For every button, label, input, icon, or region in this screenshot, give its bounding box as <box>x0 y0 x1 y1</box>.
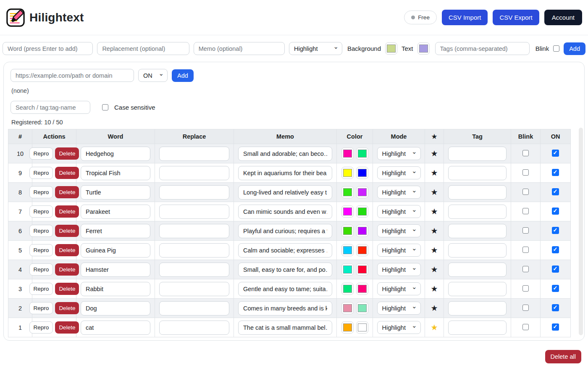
favorite-star[interactable]: ★ <box>430 168 438 177</box>
blink-cell-checkbox[interactable] <box>522 227 529 234</box>
favorite-star[interactable]: ★ <box>430 149 438 158</box>
delete-button[interactable]: Delete <box>55 302 79 314</box>
memo-input[interactable] <box>194 42 285 55</box>
text-color-swatch[interactable] <box>356 167 368 179</box>
text-color-swatch[interactable] <box>356 263 368 276</box>
delete-button[interactable]: Delete <box>55 244 79 256</box>
case-sensitive-checkbox[interactable] <box>102 104 108 110</box>
replacement-input[interactable] <box>97 42 189 55</box>
delete-button[interactable]: Delete <box>55 321 79 334</box>
text-color-picker[interactable] <box>417 42 430 55</box>
word-cell-input[interactable] <box>81 301 150 315</box>
repro-button[interactable]: Repro <box>29 186 53 198</box>
text-color-swatch[interactable] <box>356 225 368 237</box>
on-cell-checkbox[interactable] <box>552 246 559 253</box>
delete-button[interactable]: Delete <box>55 167 79 179</box>
background-color-picker[interactable] <box>385 42 397 55</box>
delete-button[interactable]: Delete <box>55 283 79 295</box>
mode-cell-select[interactable]: Highlight <box>377 263 421 276</box>
tag-cell-input[interactable] <box>448 166 507 180</box>
background-color-swatch[interactable] <box>341 244 354 256</box>
url-input[interactable] <box>10 69 134 82</box>
on-cell-checkbox[interactable] <box>552 208 559 215</box>
mode-cell-select[interactable]: Highlight <box>377 282 421 295</box>
blink-cell-checkbox[interactable] <box>522 247 529 253</box>
background-color-swatch[interactable] <box>341 283 354 295</box>
mode-cell-select[interactable]: Highlight <box>377 166 421 179</box>
repro-button[interactable]: Repro <box>29 167 53 179</box>
text-color-swatch[interactable] <box>356 186 368 198</box>
favorite-star[interactable]: ★ <box>430 284 438 293</box>
favorite-star[interactable]: ★ <box>430 304 438 313</box>
memo-cell-input[interactable] <box>238 147 332 161</box>
favorite-star[interactable]: ★ <box>430 265 438 274</box>
repro-button[interactable]: Repro <box>29 244 53 256</box>
text-color-swatch[interactable] <box>356 283 368 295</box>
background-color-swatch[interactable] <box>341 225 354 237</box>
blink-cell-checkbox[interactable] <box>522 150 529 156</box>
word-input[interactable] <box>3 42 93 55</box>
tag-cell-input[interactable] <box>448 301 507 315</box>
background-color-swatch[interactable] <box>341 302 354 314</box>
account-button[interactable]: Account <box>544 10 582 25</box>
background-color-swatch[interactable] <box>341 147 354 160</box>
tag-cell-input[interactable] <box>448 263 507 277</box>
blink-cell-checkbox[interactable] <box>522 189 529 195</box>
delete-button[interactable]: Delete <box>55 225 79 237</box>
memo-cell-input[interactable] <box>238 321 332 335</box>
word-cell-input[interactable] <box>81 147 150 161</box>
repro-button[interactable]: Repro <box>29 263 53 276</box>
csv-export-button[interactable]: CSV Export <box>493 10 539 25</box>
repro-button[interactable]: Repro <box>29 302 53 314</box>
blink-checkbox[interactable] <box>553 45 559 52</box>
tag-cell-input[interactable] <box>448 321 507 335</box>
tag-cell-input[interactable] <box>448 282 507 296</box>
memo-cell-input[interactable] <box>238 205 332 219</box>
vertical-scrollbar-thumb[interactable] <box>579 128 583 335</box>
mode-select[interactable]: Highlight <box>289 42 342 55</box>
blink-cell-checkbox[interactable] <box>522 266 529 272</box>
word-cell-input[interactable] <box>81 263 150 277</box>
word-cell-input[interactable] <box>81 243 150 258</box>
tag-cell-input[interactable] <box>448 205 507 219</box>
mode-cell-select[interactable]: Highlight <box>377 147 421 160</box>
mode-cell-select[interactable]: Highlight <box>377 205 421 218</box>
memo-cell-input[interactable] <box>238 243 332 258</box>
search-input[interactable] <box>10 101 90 114</box>
favorite-star[interactable]: ★ <box>430 188 438 197</box>
url-state-select[interactable]: ON <box>138 69 168 82</box>
word-cell-input[interactable] <box>81 282 150 296</box>
delete-all-button[interactable]: Delete all <box>545 350 581 363</box>
memo-cell-input[interactable] <box>238 301 332 315</box>
replace-cell-input[interactable] <box>159 282 229 296</box>
text-color-swatch[interactable] <box>356 205 368 218</box>
mode-cell-select[interactable]: Highlight <box>377 186 421 199</box>
repro-button[interactable]: Repro <box>29 321 53 334</box>
repro-button[interactable]: Repro <box>29 147 53 160</box>
tag-cell-input[interactable] <box>448 224 507 238</box>
blink-cell-checkbox[interactable] <box>522 208 529 214</box>
on-cell-checkbox[interactable] <box>552 188 559 195</box>
delete-button[interactable]: Delete <box>55 147 79 160</box>
on-cell-checkbox[interactable] <box>552 150 559 157</box>
on-cell-checkbox[interactable] <box>552 285 559 292</box>
tag-cell-input[interactable] <box>448 185 507 200</box>
repro-button[interactable]: Repro <box>29 225 53 237</box>
tag-cell-input[interactable] <box>448 147 507 161</box>
on-cell-checkbox[interactable] <box>552 227 559 234</box>
mode-cell-select[interactable]: Highlight <box>377 302 421 315</box>
memo-cell-input[interactable] <box>238 185 332 200</box>
text-color-swatch[interactable] <box>356 244 368 256</box>
replace-cell-input[interactable] <box>159 224 229 238</box>
mode-cell-select[interactable]: Highlight <box>377 244 421 257</box>
text-color-swatch[interactable] <box>356 321 368 334</box>
favorite-star[interactable]: ★ <box>430 323 438 332</box>
word-cell-input[interactable] <box>81 166 150 180</box>
background-color-swatch[interactable] <box>341 321 354 334</box>
favorite-star[interactable]: ★ <box>430 246 438 255</box>
replace-cell-input[interactable] <box>159 147 229 161</box>
memo-cell-input[interactable] <box>238 224 332 238</box>
delete-button[interactable]: Delete <box>55 263 79 276</box>
blink-cell-checkbox[interactable] <box>522 169 529 176</box>
repro-button[interactable]: Repro <box>29 283 53 295</box>
